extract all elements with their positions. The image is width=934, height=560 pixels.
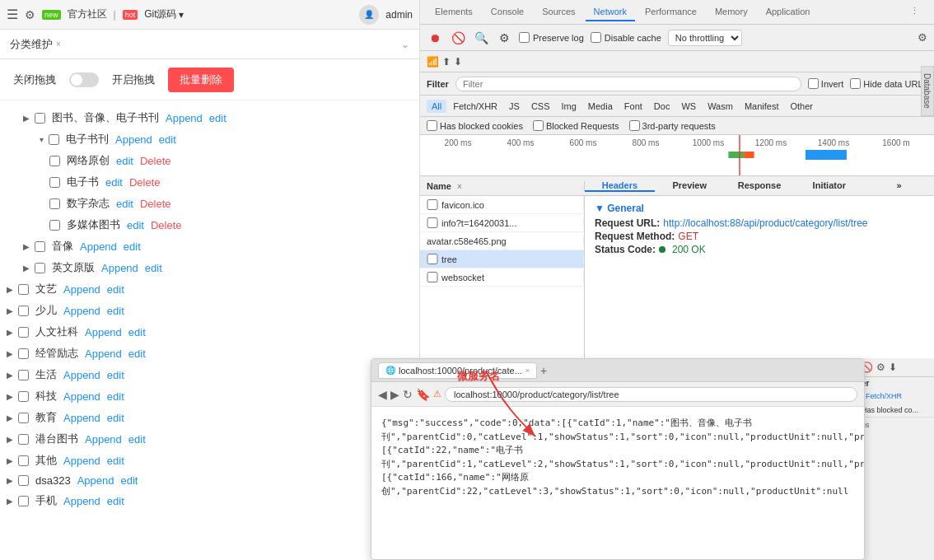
community-link[interactable]: 官方社区: [68, 7, 107, 21]
tab-sources[interactable]: Sources: [534, 3, 583, 21]
has-blocked-cookies-checkbox[interactable]: [427, 120, 437, 131]
batch-delete-button[interactable]: 批量删除: [168, 68, 234, 92]
type-other-btn[interactable]: Other: [785, 100, 818, 113]
item-checkbox[interactable]: [18, 413, 29, 423]
wifi-icon[interactable]: 📶: [427, 56, 439, 68]
row-checkbox[interactable]: [427, 217, 438, 228]
type-font-btn[interactable]: Font: [619, 100, 647, 113]
tree-arrow[interactable]: ▶: [7, 371, 13, 380]
tab-headers[interactable]: Headers: [585, 180, 655, 192]
tree-arrow[interactable]: ▾: [40, 135, 44, 144]
table-row[interactable]: favicon.ico: [420, 196, 584, 214]
edit-link[interactable]: edit: [128, 326, 146, 338]
edit-link[interactable]: edit: [107, 305, 124, 317]
tab-close-icon[interactable]: ×: [56, 40, 61, 49]
item-checkbox[interactable]: [35, 113, 45, 124]
row-checkbox[interactable]: [427, 199, 438, 210]
tree-arrow[interactable]: ▶: [7, 392, 13, 401]
append-link[interactable]: Append: [85, 326, 122, 338]
delete-link[interactable]: Delete: [140, 198, 171, 210]
delete-link[interactable]: Delete: [151, 219, 182, 231]
tree-arrow[interactable]: ▶: [7, 497, 13, 506]
mini-xhr-btn[interactable]: Fetch/XHR: [864, 391, 904, 401]
item-checkbox[interactable]: [18, 348, 29, 359]
tree-arrow[interactable]: ▶: [7, 285, 13, 294]
new-tab-button[interactable]: +: [540, 364, 547, 377]
append-link[interactable]: Append: [63, 495, 100, 507]
invert-checkbox[interactable]: [808, 78, 819, 89]
item-checkbox[interactable]: [18, 306, 29, 316]
append-link[interactable]: Append: [63, 305, 100, 317]
append-link[interactable]: Append: [166, 112, 203, 124]
blocked-requests-label[interactable]: Blocked Requests: [533, 120, 619, 131]
item-checkbox[interactable]: [49, 198, 60, 209]
has-blocked-cookies-label[interactable]: Has blocked cookies: [427, 120, 523, 131]
edit-link[interactable]: edit: [128, 348, 146, 360]
tab-application[interactable]: Application: [758, 3, 819, 21]
edit-link[interactable]: edit: [107, 495, 124, 507]
upload-icon[interactable]: ⬆: [442, 56, 451, 68]
tab-console[interactable]: Console: [483, 3, 532, 21]
append-link[interactable]: Append: [115, 133, 152, 146]
browser-tab-close[interactable]: ×: [525, 366, 530, 375]
tree-arrow[interactable]: ▶: [23, 114, 30, 123]
type-wasm-btn[interactable]: Wasm: [703, 100, 738, 113]
item-checkbox[interactable]: [18, 434, 29, 445]
hide-data-urls-label[interactable]: Hide data URLs: [850, 78, 927, 89]
record-icon[interactable]: ⏺: [427, 30, 443, 46]
item-checkbox[interactable]: [49, 177, 60, 188]
clear-icon[interactable]: 🚫: [450, 30, 466, 46]
throttling-select[interactable]: No throttling: [668, 30, 742, 46]
back-button[interactable]: ◀: [378, 388, 387, 401]
edit-link[interactable]: edit: [145, 262, 162, 274]
tab-network[interactable]: Network: [586, 3, 635, 21]
edit-link[interactable]: edit: [159, 133, 176, 146]
tree-arrow[interactable]: ▶: [23, 242, 30, 251]
more-tabs-icon[interactable]: ⋮: [902, 2, 927, 21]
disable-cache-label[interactable]: Disable cache: [591, 32, 661, 43]
edit-link[interactable]: edit: [124, 240, 141, 253]
close-detail-icon[interactable]: ×: [457, 182, 462, 191]
item-checkbox[interactable]: [49, 220, 60, 231]
tree-arrow[interactable]: ▶: [7, 456, 13, 465]
row-checkbox[interactable]: [427, 272, 438, 282]
refresh-button[interactable]: ↻: [403, 388, 413, 401]
item-checkbox[interactable]: [18, 370, 29, 380]
type-ws-btn[interactable]: WS: [676, 100, 701, 113]
append-link[interactable]: Append: [85, 348, 122, 360]
tree-arrow[interactable]: ▶: [7, 476, 13, 485]
tree-arrow[interactable]: ▶: [7, 328, 13, 337]
git-link[interactable]: Git源码 ▾: [144, 7, 183, 21]
download-icon[interactable]: ⬇: [454, 56, 462, 68]
type-manifest-btn[interactable]: Manifest: [740, 100, 784, 113]
mini-filter-icon[interactable]: ⚙: [876, 362, 885, 373]
item-checkbox[interactable]: [35, 263, 45, 273]
tab-expand-icon[interactable]: ⌄: [401, 39, 409, 50]
third-party-label[interactable]: 3rd-party requests: [629, 120, 716, 131]
forward-button[interactable]: ▶: [390, 388, 399, 401]
item-checkbox[interactable]: [18, 327, 29, 338]
item-checkbox[interactable]: [18, 284, 29, 295]
blocked-requests-checkbox[interactable]: [533, 120, 544, 131]
tree-arrow[interactable]: ▶: [7, 435, 13, 444]
append-link[interactable]: Append: [63, 455, 100, 467]
delete-link[interactable]: Delete: [129, 176, 161, 189]
search-icon[interactable]: 🔍: [473, 30, 489, 46]
tree-arrow[interactable]: ▶: [23, 264, 30, 273]
invert-label[interactable]: Invert: [808, 78, 844, 89]
more-tabs-detail[interactable]: »: [864, 180, 934, 192]
item-checkbox[interactable]: [18, 391, 29, 402]
append-link[interactable]: Append: [63, 369, 100, 381]
edit-link[interactable]: edit: [105, 176, 123, 189]
type-doc-btn[interactable]: Doc: [649, 100, 675, 113]
edit-link[interactable]: edit: [116, 198, 133, 210]
gear-icon[interactable]: ⚙: [25, 8, 35, 21]
item-checkbox[interactable]: [18, 496, 29, 506]
append-link[interactable]: Append: [63, 390, 100, 403]
row-checkbox[interactable]: [427, 254, 438, 264]
edit-link[interactable]: edit: [127, 219, 144, 231]
type-xhr-btn[interactable]: Fetch/XHR: [448, 100, 502, 113]
table-row[interactable]: websocket: [420, 268, 584, 287]
url-input[interactable]: [445, 387, 857, 402]
mini-download-icon[interactable]: ⬇: [889, 362, 897, 373]
